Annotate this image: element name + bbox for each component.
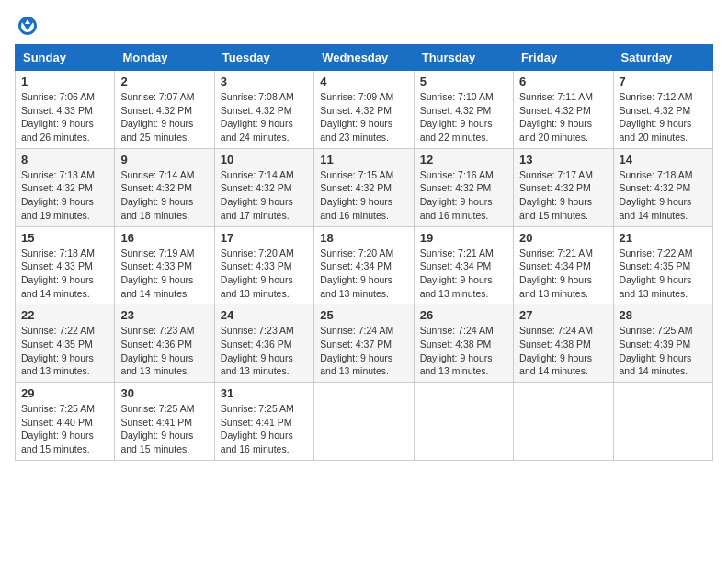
calendar-cell: 12 Sunrise: 7:16 AM Sunset: 4:32 PM Dayl… — [414, 148, 513, 226]
calendar-cell: 8 Sunrise: 7:13 AM Sunset: 4:32 PM Dayli… — [16, 148, 115, 226]
calendar-cell — [414, 383, 513, 461]
column-header-wednesday: Wednesday — [314, 45, 414, 71]
calendar-table: SundayMondayTuesdayWednesdayThursdayFrid… — [15, 44, 713, 461]
calendar-row-4: 22 Sunrise: 7:22 AM Sunset: 4:35 PM Dayl… — [16, 304, 713, 383]
calendar-cell: 15 Sunrise: 7:18 AM Sunset: 4:33 PM Dayl… — [16, 226, 115, 304]
day-info: Sunrise: 7:08 AM Sunset: 4:32 PM Dayligh… — [221, 90, 308, 144]
day-number: 21 — [620, 231, 707, 245]
calendar-row-5: 29 Sunrise: 7:25 AM Sunset: 4:40 PM Dayl… — [16, 383, 713, 461]
day-number: 28 — [620, 308, 707, 322]
header — [15, 15, 713, 37]
logo-icon — [17, 15, 39, 37]
calendar-cell: 28 Sunrise: 7:25 AM Sunset: 4:39 PM Dayl… — [613, 304, 712, 383]
day-number: 7 — [620, 75, 707, 88]
day-number: 15 — [21, 231, 108, 245]
day-info: Sunrise: 7:10 AM Sunset: 4:32 PM Dayligh… — [420, 90, 507, 144]
day-info: Sunrise: 7:23 AM Sunset: 4:36 PM Dayligh… — [120, 324, 208, 378]
day-info: Sunrise: 7:18 AM Sunset: 4:33 PM Dayligh… — [21, 247, 108, 301]
day-info: Sunrise: 7:17 AM Sunset: 4:32 PM Dayligh… — [519, 168, 607, 223]
day-info: Sunrise: 7:21 AM Sunset: 4:34 PM Dayligh… — [519, 247, 607, 301]
day-number: 29 — [21, 386, 108, 400]
calendar-cell: 4 Sunrise: 7:09 AM Sunset: 4:32 PM Dayli… — [314, 71, 414, 149]
day-number: 25 — [320, 308, 407, 322]
column-header-saturday: Saturday — [613, 45, 712, 71]
day-number: 11 — [320, 153, 407, 167]
day-info: Sunrise: 7:07 AM Sunset: 4:32 PM Dayligh… — [120, 90, 208, 144]
day-number: 3 — [221, 75, 308, 88]
day-number: 10 — [221, 153, 308, 167]
calendar-cell: 3 Sunrise: 7:08 AM Sunset: 4:32 PM Dayli… — [214, 71, 313, 149]
day-number: 24 — [221, 308, 308, 322]
day-number: 17 — [221, 231, 308, 245]
day-number: 2 — [120, 75, 208, 88]
calendar-cell: 18 Sunrise: 7:20 AM Sunset: 4:34 PM Dayl… — [314, 226, 414, 304]
calendar-cell: 20 Sunrise: 7:21 AM Sunset: 4:34 PM Dayl… — [514, 226, 613, 304]
calendar-cell: 5 Sunrise: 7:10 AM Sunset: 4:32 PM Dayli… — [414, 71, 513, 149]
calendar-cell: 25 Sunrise: 7:24 AM Sunset: 4:37 PM Dayl… — [314, 304, 414, 383]
day-info: Sunrise: 7:14 AM Sunset: 4:32 PM Dayligh… — [120, 168, 208, 223]
calendar-cell: 13 Sunrise: 7:17 AM Sunset: 4:32 PM Dayl… — [514, 148, 613, 226]
day-number: 22 — [21, 308, 108, 322]
day-info: Sunrise: 7:15 AM Sunset: 4:32 PM Dayligh… — [320, 168, 407, 223]
day-info: Sunrise: 7:25 AM Sunset: 4:40 PM Dayligh… — [21, 402, 108, 456]
calendar-cell: 24 Sunrise: 7:23 AM Sunset: 4:36 PM Dayl… — [214, 304, 313, 383]
day-info: Sunrise: 7:25 AM Sunset: 4:39 PM Dayligh… — [620, 324, 707, 378]
column-header-tuesday: Tuesday — [214, 45, 313, 71]
calendar-cell: 26 Sunrise: 7:24 AM Sunset: 4:38 PM Dayl… — [414, 304, 513, 383]
day-number: 31 — [221, 386, 308, 400]
calendar-cell: 29 Sunrise: 7:25 AM Sunset: 4:40 PM Dayl… — [16, 383, 115, 461]
column-header-friday: Friday — [514, 45, 613, 71]
calendar-cell: 27 Sunrise: 7:24 AM Sunset: 4:38 PM Dayl… — [514, 304, 613, 383]
day-number: 5 — [420, 75, 507, 88]
day-info: Sunrise: 7:14 AM Sunset: 4:32 PM Dayligh… — [221, 168, 308, 223]
day-info: Sunrise: 7:20 AM Sunset: 4:34 PM Dayligh… — [320, 247, 407, 301]
calendar-cell: 1 Sunrise: 7:06 AM Sunset: 4:33 PM Dayli… — [16, 71, 115, 149]
calendar-cell: 21 Sunrise: 7:22 AM Sunset: 4:35 PM Dayl… — [613, 226, 712, 304]
calendar-cell: 14 Sunrise: 7:18 AM Sunset: 4:32 PM Dayl… — [613, 148, 712, 226]
column-header-monday: Monday — [115, 45, 214, 71]
calendar-body: 1 Sunrise: 7:06 AM Sunset: 4:33 PM Dayli… — [16, 71, 713, 461]
day-info: Sunrise: 7:22 AM Sunset: 4:35 PM Dayligh… — [620, 247, 707, 301]
day-info: Sunrise: 7:24 AM Sunset: 4:38 PM Dayligh… — [519, 324, 607, 378]
calendar-header-row: SundayMondayTuesdayWednesdayThursdayFrid… — [16, 45, 713, 71]
day-info: Sunrise: 7:22 AM Sunset: 4:35 PM Dayligh… — [21, 324, 108, 378]
day-info: Sunrise: 7:09 AM Sunset: 4:32 PM Dayligh… — [320, 90, 407, 144]
day-info: Sunrise: 7:25 AM Sunset: 4:41 PM Dayligh… — [221, 402, 308, 456]
day-info: Sunrise: 7:18 AM Sunset: 4:32 PM Dayligh… — [620, 168, 707, 223]
day-number: 8 — [21, 153, 108, 167]
day-info: Sunrise: 7:25 AM Sunset: 4:41 PM Dayligh… — [120, 402, 208, 456]
day-info: Sunrise: 7:19 AM Sunset: 4:33 PM Dayligh… — [120, 247, 208, 301]
day-info: Sunrise: 7:11 AM Sunset: 4:32 PM Dayligh… — [519, 90, 607, 144]
calendar-row-3: 15 Sunrise: 7:18 AM Sunset: 4:33 PM Dayl… — [16, 226, 713, 304]
day-info: Sunrise: 7:23 AM Sunset: 4:36 PM Dayligh… — [221, 324, 308, 378]
calendar-cell: 19 Sunrise: 7:21 AM Sunset: 4:34 PM Dayl… — [414, 226, 513, 304]
calendar-cell: 7 Sunrise: 7:12 AM Sunset: 4:32 PM Dayli… — [613, 71, 712, 149]
day-number: 6 — [519, 75, 607, 88]
calendar-cell: 16 Sunrise: 7:19 AM Sunset: 4:33 PM Dayl… — [115, 226, 214, 304]
calendar-cell: 11 Sunrise: 7:15 AM Sunset: 4:32 PM Dayl… — [314, 148, 414, 226]
day-info: Sunrise: 7:24 AM Sunset: 4:38 PM Dayligh… — [420, 324, 507, 378]
calendar-row-1: 1 Sunrise: 7:06 AM Sunset: 4:33 PM Dayli… — [16, 71, 713, 149]
day-info: Sunrise: 7:20 AM Sunset: 4:33 PM Dayligh… — [221, 247, 308, 301]
day-info: Sunrise: 7:06 AM Sunset: 4:33 PM Dayligh… — [21, 90, 108, 144]
calendar-cell: 31 Sunrise: 7:25 AM Sunset: 4:41 PM Dayl… — [214, 383, 313, 461]
day-info: Sunrise: 7:12 AM Sunset: 4:32 PM Dayligh… — [620, 90, 707, 144]
calendar-cell: 17 Sunrise: 7:20 AM Sunset: 4:33 PM Dayl… — [214, 226, 313, 304]
calendar-cell: 2 Sunrise: 7:07 AM Sunset: 4:32 PM Dayli… — [115, 71, 214, 149]
day-info: Sunrise: 7:21 AM Sunset: 4:34 PM Dayligh… — [420, 247, 507, 301]
day-number: 16 — [120, 231, 208, 245]
day-number: 1 — [21, 75, 108, 88]
day-info: Sunrise: 7:16 AM Sunset: 4:32 PM Dayligh… — [420, 168, 507, 223]
calendar-cell — [514, 383, 613, 461]
day-number: 30 — [120, 386, 208, 400]
logo — [15, 15, 39, 37]
day-info: Sunrise: 7:13 AM Sunset: 4:32 PM Dayligh… — [21, 168, 108, 223]
day-number: 14 — [620, 153, 707, 167]
column-header-thursday: Thursday — [414, 45, 513, 71]
day-number: 18 — [320, 231, 407, 245]
calendar-cell — [613, 383, 712, 461]
day-info: Sunrise: 7:24 AM Sunset: 4:37 PM Dayligh… — [320, 324, 407, 378]
day-number: 9 — [120, 153, 208, 167]
day-number: 23 — [120, 308, 208, 322]
column-header-sunday: Sunday — [16, 45, 115, 71]
